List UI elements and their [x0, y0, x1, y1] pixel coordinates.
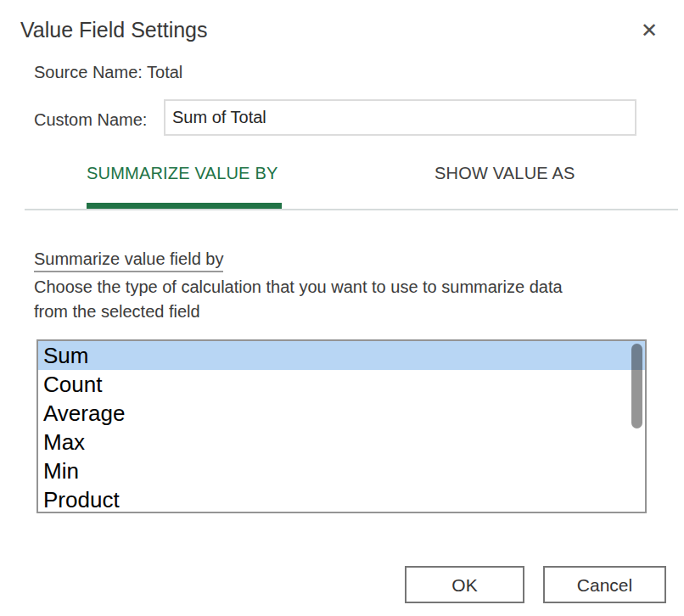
custom-name-input[interactable] [164, 99, 636, 136]
close-icon[interactable]: ✕ [636, 17, 663, 44]
summarize-function-listbox[interactable]: Sum Count Average Max Min Product [36, 339, 647, 513]
scrollbar-thumb[interactable] [631, 344, 642, 428]
section-heading: Summarize value field by [34, 249, 223, 272]
tab-summarize-value-by[interactable]: SUMMARIZE VALUE BY [87, 164, 278, 183]
cancel-button[interactable]: Cancel [543, 566, 666, 603]
tab-show-value-as[interactable]: SHOW VALUE AS [435, 164, 575, 183]
list-item-product[interactable]: Product [38, 485, 645, 513]
section-description-line2: from the selected field [34, 300, 645, 324]
custom-name-label: Custom Name: [34, 110, 147, 130]
active-tab-underline [87, 203, 282, 209]
ok-button[interactable]: OK [405, 566, 524, 603]
list-item-min[interactable]: Min [38, 456, 645, 485]
list-item-max[interactable]: Max [38, 428, 645, 456]
section-description: Choose the type of calculation that you … [34, 275, 645, 324]
source-name-label: Source Name: Total [34, 63, 182, 82]
list-item-average[interactable]: Average [38, 399, 645, 428]
list-item-count[interactable]: Count [38, 370, 645, 399]
tabs-divider [25, 209, 678, 210]
section-description-line1: Choose the type of calculation that you … [34, 275, 645, 300]
dialog-title: Value Field Settings [20, 18, 208, 42]
list-item-sum[interactable]: Sum [38, 341, 645, 370]
